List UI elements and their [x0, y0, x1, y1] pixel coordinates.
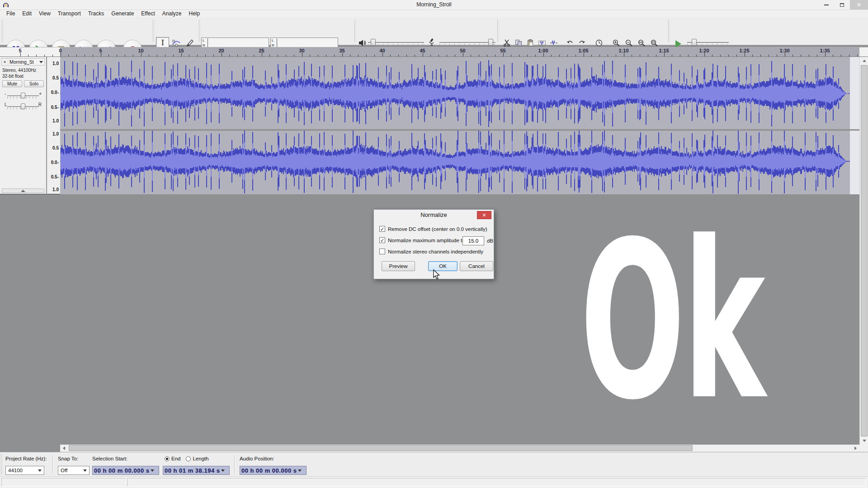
toolbar-grip[interactable] — [153, 20, 155, 42]
ruler-tick — [93, 55, 93, 56]
timeline-ruler[interactable]: 505101520253035404550551:001:051:101:151… — [0, 47, 868, 57]
ruler-tick — [608, 55, 608, 56]
ruler-label: 1:20 — [699, 48, 709, 53]
independent-channels-checkbox[interactable] — [379, 249, 385, 254]
ruler-tick — [229, 55, 230, 56]
vertical-scrollbar-thumb[interactable] — [861, 65, 868, 436]
project-rate-select[interactable]: 44100 — [5, 466, 44, 475]
end-radio[interactable] — [165, 456, 170, 461]
ruler-tick — [61, 53, 61, 56]
length-radio[interactable] — [186, 456, 191, 461]
ruler-tick — [334, 55, 335, 56]
scroll-down-button[interactable] — [860, 437, 868, 445]
track-name-menu[interactable]: Morning_St — [8, 59, 39, 65]
menu-edit[interactable]: Edit — [19, 10, 35, 17]
playback-volume-slider[interactable] — [368, 39, 424, 46]
scroll-up-button[interactable] — [860, 57, 868, 65]
preview-button[interactable]: Preview — [382, 261, 415, 271]
menu-view[interactable]: View — [35, 10, 54, 17]
ruler-tick — [777, 55, 777, 56]
db-unit-label: dB — [487, 238, 493, 244]
ruler-tick — [567, 55, 568, 56]
end-radio-label[interactable]: End — [171, 456, 180, 461]
ruler-tick — [760, 55, 761, 56]
mute-button[interactable]: Mute — [2, 80, 22, 87]
ruler-label: 5 — [19, 48, 21, 53]
ruler-tick — [648, 55, 648, 56]
waveform-display[interactable] — [60, 57, 859, 194]
vertical-scale-ruler[interactable]: 1.00.50.0-0.5-1.01.00.50.0-0.5-1.0 — [47, 57, 60, 194]
track-control-panel: × Morning_St Stereo, 44100Hz 32-bit floa… — [0, 57, 47, 194]
menu-bar: FileEditViewTransportTracksGenerateEffec… — [0, 10, 868, 17]
normalize-amplitude-label: Normalize maximum amplitude to — [388, 238, 465, 243]
track-close-button[interactable]: × — [2, 59, 8, 65]
toolbar-grip[interactable] — [2, 20, 4, 42]
toolbar-grip[interactable] — [1, 454, 3, 474]
snap-to-select[interactable]: Off — [58, 466, 90, 475]
play-speed-slider[interactable] — [687, 39, 729, 46]
gain-thumb[interactable] — [21, 93, 25, 99]
selection-start-field[interactable]: 00 h 00 m 00.000 s — [92, 466, 159, 475]
normalize-dialog: Normalize ✕ ✓ Remove DC offset (center o… — [373, 209, 494, 279]
close-button[interactable]: ✕ — [850, 0, 868, 9]
scroll-right-button[interactable] — [852, 445, 859, 452]
ruler-tick — [817, 55, 817, 56]
dialog-close-button[interactable]: ✕ — [477, 211, 491, 219]
toolbar-grip[interactable] — [199, 20, 201, 42]
ruler-tick — [591, 55, 592, 56]
menu-effect[interactable]: Effect — [137, 10, 158, 17]
gain-slider[interactable]: - + — [5, 91, 42, 99]
track-collapse-button[interactable] — [2, 188, 44, 193]
menu-generate[interactable]: Generate — [108, 10, 137, 17]
amplitude-input[interactable] — [462, 236, 484, 245]
ruler-tick — [447, 55, 447, 56]
maximize-button[interactable] — [835, 0, 849, 9]
audio-position-field[interactable]: 00 h 00 m 00.000 s — [240, 466, 307, 475]
normalize-amplitude-checkbox[interactable]: ✓ — [379, 237, 385, 243]
ruler-tick — [44, 55, 45, 56]
redo-icon — [578, 39, 586, 47]
vertical-scrollbar[interactable] — [859, 57, 868, 445]
cancel-button[interactable]: Cancel — [460, 261, 493, 271]
copy-icon — [514, 39, 523, 47]
recording-volume-thumb[interactable] — [488, 39, 493, 46]
minimize-button[interactable] — [819, 0, 834, 9]
trim-outside-icon — [538, 39, 546, 47]
recording-volume-slider[interactable] — [439, 39, 495, 46]
toolbar-grip[interactable] — [354, 20, 356, 42]
toolbar-grip[interactable] — [668, 20, 670, 42]
selection-tool-icon: I — [158, 38, 167, 47]
menu-analyze[interactable]: Analyze — [159, 10, 185, 17]
menu-help[interactable]: Help — [185, 10, 204, 17]
ruler-tick — [245, 55, 246, 56]
ruler-label: 1:30 — [779, 48, 789, 53]
pan-slider[interactable]: L R — [5, 102, 42, 110]
fit-project-icon — [650, 39, 658, 47]
ruler-tick — [310, 55, 310, 56]
dialog-title: Normalize — [374, 210, 494, 221]
ruler-tick — [736, 55, 737, 56]
solo-button[interactable]: Solo — [24, 80, 44, 87]
ruler-tick — [599, 55, 600, 56]
remove-dc-checkbox[interactable]: ✓ — [379, 226, 385, 232]
ruler-tick — [165, 55, 165, 56]
length-radio-label[interactable]: Length — [193, 456, 208, 461]
ruler-tick — [278, 55, 278, 56]
play-speed-thumb[interactable] — [692, 39, 697, 46]
scroll-left-button[interactable] — [60, 445, 68, 452]
track-menu-arrow-icon[interactable] — [39, 61, 43, 63]
menu-tracks[interactable]: Tracks — [85, 10, 108, 17]
ruler-tick — [463, 53, 463, 56]
ruler-tick — [752, 55, 753, 56]
toolbar-grip[interactable] — [497, 20, 499, 42]
menu-file[interactable]: File — [3, 10, 19, 17]
ruler-tick — [423, 53, 423, 56]
selection-start-label: Selection Start: — [92, 456, 127, 461]
menu-transport[interactable]: Transport — [54, 10, 85, 17]
ruler-tick — [769, 55, 769, 56]
pan-thumb[interactable] — [21, 103, 25, 109]
playback-volume-thumb[interactable] — [371, 39, 376, 46]
scale-label: 1.0 — [52, 118, 59, 123]
selection-end-field[interactable]: 00 h 01 m 38.194 s — [163, 466, 230, 475]
track-sample-info: 32-bit float — [2, 74, 24, 79]
